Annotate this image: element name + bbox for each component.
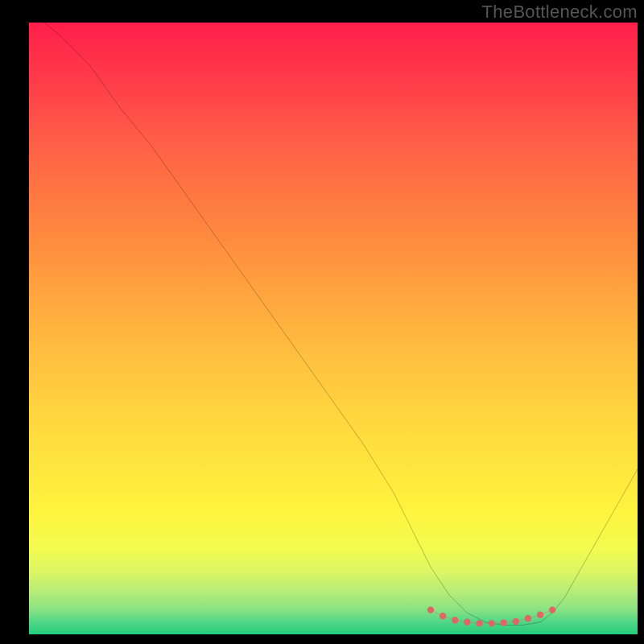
bottleneck-curve xyxy=(29,23,638,625)
watermark-text: TheBottleneck.com xyxy=(482,2,638,23)
optimal-zone-markers xyxy=(427,606,556,626)
marker-dot xyxy=(427,606,434,613)
chart-svg xyxy=(29,23,638,634)
chart-container: TheBottleneck.com xyxy=(0,0,644,644)
